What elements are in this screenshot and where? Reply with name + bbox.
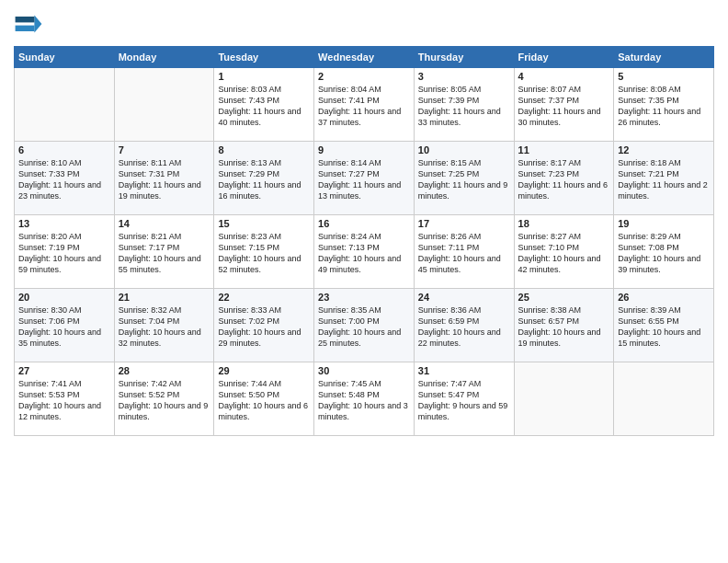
week-row-4: 20Sunrise: 8:30 AM Sunset: 7:06 PM Dayli… <box>15 289 714 362</box>
day-number: 4 <box>518 71 610 82</box>
day-header-monday: Monday <box>114 47 214 68</box>
day-info: Sunrise: 8:33 AM Sunset: 7:02 PM Dayligh… <box>218 304 310 350</box>
day-number: 26 <box>618 292 710 303</box>
calendar-cell: 27Sunrise: 7:41 AM Sunset: 5:53 PM Dayli… <box>15 362 115 436</box>
day-number: 20 <box>18 292 110 303</box>
day-info: Sunrise: 8:17 AM Sunset: 7:23 PM Dayligh… <box>518 157 610 202</box>
week-row-3: 13Sunrise: 8:20 AM Sunset: 7:19 PM Dayli… <box>15 215 714 289</box>
calendar-cell: 8Sunrise: 8:13 AM Sunset: 7:29 PM Daylig… <box>214 142 314 215</box>
calendar-cell: 15Sunrise: 8:23 AM Sunset: 7:15 PM Dayli… <box>214 215 314 289</box>
day-number: 8 <box>218 144 310 155</box>
day-info: Sunrise: 8:13 AM Sunset: 7:29 PM Dayligh… <box>218 157 310 202</box>
day-number: 2 <box>318 71 410 82</box>
calendar-cell: 22Sunrise: 8:33 AM Sunset: 7:02 PM Dayli… <box>214 289 314 362</box>
day-info: Sunrise: 7:42 AM Sunset: 5:52 PM Dayligh… <box>119 378 210 423</box>
calendar-cell: 9Sunrise: 8:14 AM Sunset: 7:27 PM Daylig… <box>314 142 415 215</box>
day-number: 19 <box>618 218 710 229</box>
calendar-cell: 17Sunrise: 8:26 AM Sunset: 7:11 PM Dayli… <box>414 215 514 289</box>
day-info: Sunrise: 8:30 AM Sunset: 7:06 PM Dayligh… <box>18 304 110 350</box>
calendar-cell: 24Sunrise: 8:36 AM Sunset: 6:59 PM Dayli… <box>414 289 514 362</box>
day-info: Sunrise: 8:18 AM Sunset: 7:21 PM Dayligh… <box>618 157 710 202</box>
calendar-cell: 5Sunrise: 8:08 AM Sunset: 7:35 PM Daylig… <box>614 68 714 142</box>
day-number: 18 <box>518 218 610 229</box>
day-header-saturday: Saturday <box>614 47 714 68</box>
day-info: Sunrise: 8:35 AM Sunset: 7:00 PM Dayligh… <box>318 304 410 350</box>
day-number: 11 <box>518 144 610 155</box>
day-number: 7 <box>119 144 210 155</box>
week-row-2: 6Sunrise: 8:10 AM Sunset: 7:33 PM Daylig… <box>15 142 714 215</box>
calendar-cell: 25Sunrise: 8:38 AM Sunset: 6:57 PM Dayli… <box>514 289 614 362</box>
calendar-cell <box>114 68 214 142</box>
day-info: Sunrise: 8:29 AM Sunset: 7:08 PM Dayligh… <box>618 231 710 276</box>
day-info: Sunrise: 8:26 AM Sunset: 7:11 PM Dayligh… <box>418 231 510 276</box>
day-info: Sunrise: 8:23 AM Sunset: 7:15 PM Dayligh… <box>218 231 310 276</box>
day-number: 28 <box>119 365 210 376</box>
calendar-cell: 23Sunrise: 8:35 AM Sunset: 7:00 PM Dayli… <box>314 289 415 362</box>
day-number: 29 <box>218 365 310 376</box>
calendar-cell: 2Sunrise: 8:04 AM Sunset: 7:41 PM Daylig… <box>314 68 415 142</box>
day-info: Sunrise: 8:14 AM Sunset: 7:27 PM Dayligh… <box>318 157 410 202</box>
day-info: Sunrise: 7:47 AM Sunset: 5:47 PM Dayligh… <box>418 378 510 423</box>
calendar-cell: 30Sunrise: 7:45 AM Sunset: 5:48 PM Dayli… <box>314 362 415 436</box>
day-number: 15 <box>218 218 310 229</box>
day-number: 17 <box>418 218 510 229</box>
calendar-cell: 29Sunrise: 7:44 AM Sunset: 5:50 PM Dayli… <box>214 362 314 436</box>
day-header-wednesday: Wednesday <box>314 47 415 68</box>
calendar-cell: 12Sunrise: 8:18 AM Sunset: 7:21 PM Dayli… <box>614 142 714 215</box>
svg-rect-3 <box>16 26 35 31</box>
day-number: 10 <box>418 144 510 155</box>
calendar-cell <box>514 362 614 436</box>
day-number: 13 <box>18 218 110 229</box>
day-number: 24 <box>418 292 510 303</box>
week-row-1: 1Sunrise: 8:03 AM Sunset: 7:43 PM Daylig… <box>15 68 714 142</box>
calendar-container: SundayMondayTuesdayWednesdayThursdayFrid… <box>0 0 728 563</box>
day-info: Sunrise: 8:32 AM Sunset: 7:04 PM Dayligh… <box>119 304 210 350</box>
day-number: 9 <box>318 144 410 155</box>
calendar-cell: 20Sunrise: 8:30 AM Sunset: 7:06 PM Dayli… <box>15 289 115 362</box>
day-info: Sunrise: 8:27 AM Sunset: 7:10 PM Dayligh… <box>518 231 610 276</box>
calendar-cell: 11Sunrise: 8:17 AM Sunset: 7:23 PM Dayli… <box>514 142 614 215</box>
day-number: 25 <box>518 292 610 303</box>
calendar-cell: 18Sunrise: 8:27 AM Sunset: 7:10 PM Dayli… <box>514 215 614 289</box>
day-number: 23 <box>318 292 410 303</box>
day-info: Sunrise: 8:07 AM Sunset: 7:37 PM Dayligh… <box>518 84 610 129</box>
calendar-cell: 14Sunrise: 8:21 AM Sunset: 7:17 PM Dayli… <box>114 215 214 289</box>
logo <box>14 9 47 39</box>
calendar-cell <box>614 362 714 436</box>
day-info: Sunrise: 8:15 AM Sunset: 7:25 PM Dayligh… <box>418 157 510 202</box>
day-info: Sunrise: 8:39 AM Sunset: 6:55 PM Dayligh… <box>618 304 710 350</box>
day-number: 1 <box>218 71 310 82</box>
day-number: 16 <box>318 218 410 229</box>
day-info: Sunrise: 8:08 AM Sunset: 7:35 PM Dayligh… <box>618 84 710 129</box>
calendar-cell: 28Sunrise: 7:42 AM Sunset: 5:52 PM Dayli… <box>114 362 214 436</box>
day-number: 22 <box>218 292 310 303</box>
day-number: 21 <box>119 292 210 303</box>
day-number: 12 <box>618 144 710 155</box>
day-info: Sunrise: 7:41 AM Sunset: 5:53 PM Dayligh… <box>18 378 110 423</box>
day-info: Sunrise: 7:44 AM Sunset: 5:50 PM Dayligh… <box>218 378 310 423</box>
day-info: Sunrise: 8:20 AM Sunset: 7:19 PM Dayligh… <box>18 231 110 276</box>
day-info: Sunrise: 8:10 AM Sunset: 7:33 PM Dayligh… <box>18 157 110 202</box>
day-header-friday: Friday <box>514 47 614 68</box>
calendar-cell: 13Sunrise: 8:20 AM Sunset: 7:19 PM Dayli… <box>15 215 115 289</box>
day-info: Sunrise: 8:36 AM Sunset: 6:59 PM Dayligh… <box>418 304 510 350</box>
day-header-sunday: Sunday <box>15 47 115 68</box>
day-number: 30 <box>318 365 410 376</box>
calendar-cell: 26Sunrise: 8:39 AM Sunset: 6:55 PM Dayli… <box>614 289 714 362</box>
calendar-cell: 10Sunrise: 8:15 AM Sunset: 7:25 PM Dayli… <box>414 142 514 215</box>
day-info: Sunrise: 8:21 AM Sunset: 7:17 PM Dayligh… <box>119 231 210 276</box>
calendar-cell: 4Sunrise: 8:07 AM Sunset: 7:37 PM Daylig… <box>514 68 614 142</box>
calendar-cell: 7Sunrise: 8:11 AM Sunset: 7:31 PM Daylig… <box>114 142 214 215</box>
week-row-5: 27Sunrise: 7:41 AM Sunset: 5:53 PM Dayli… <box>15 362 714 436</box>
svg-rect-2 <box>16 17 35 22</box>
calendar-cell: 31Sunrise: 7:47 AM Sunset: 5:47 PM Dayli… <box>414 362 514 436</box>
days-header-row: SundayMondayTuesdayWednesdayThursdayFrid… <box>15 47 714 68</box>
day-header-tuesday: Tuesday <box>214 47 314 68</box>
calendar-cell <box>15 68 115 142</box>
day-info: Sunrise: 8:24 AM Sunset: 7:13 PM Dayligh… <box>318 231 410 276</box>
day-info: Sunrise: 8:03 AM Sunset: 7:43 PM Dayligh… <box>218 84 310 129</box>
day-number: 5 <box>618 71 710 82</box>
day-number: 6 <box>18 144 110 155</box>
day-info: Sunrise: 7:45 AM Sunset: 5:48 PM Dayligh… <box>318 378 410 423</box>
day-header-thursday: Thursday <box>414 47 514 68</box>
